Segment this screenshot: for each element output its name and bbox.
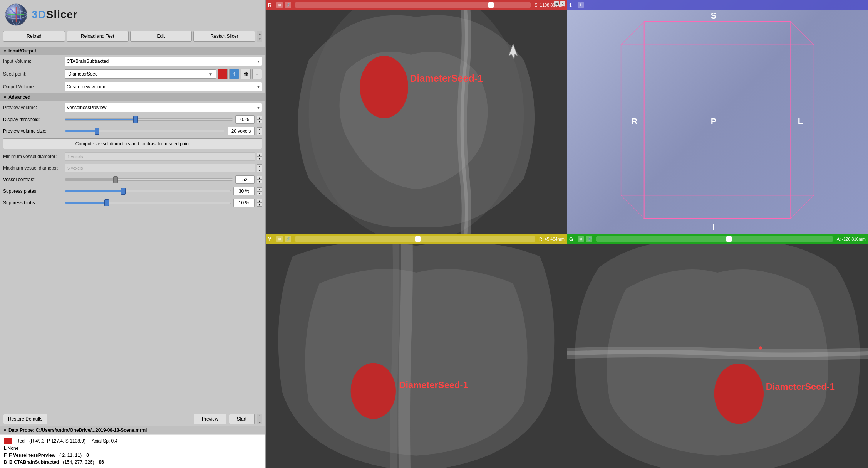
preview-volume-combo[interactable]: VesselnessPreview ▼ <box>65 103 262 112</box>
probe-coords-red: (R 49.3, P 127.4, S 1108.9) <box>29 438 85 444</box>
preview-size-row: Preview volume size: 20 voxels ▲ ▼ <box>0 125 265 137</box>
svg-point-25 <box>351 363 396 419</box>
display-threshold-value[interactable]: 0.25 <box>235 115 255 124</box>
display-threshold-track[interactable] <box>65 118 233 121</box>
decrement-button[interactable]: ▼ <box>257 180 262 183</box>
edit-button[interactable]: Edit <box>130 31 192 42</box>
suppress-blobs-value[interactable]: 10 % <box>233 199 255 207</box>
seed-more-button[interactable]: ··· <box>252 69 262 79</box>
svg-point-10 <box>360 56 408 118</box>
increment-button[interactable]: ▲ <box>257 176 262 180</box>
reload-test-button[interactable]: Reload and Test <box>67 31 129 42</box>
preview-button[interactable]: Preview <box>194 414 226 424</box>
view-link-icon[interactable]: 🔗 <box>285 236 291 242</box>
probe-b-coords: (154, 277, 326) <box>63 460 94 465</box>
view-link-icon[interactable]: 🔗 <box>285 2 291 8</box>
panel-scrollbar[interactable]: ▲ ▼ <box>257 31 262 42</box>
view-green: DiameterSeed-1 G ⊞ 🔗 A: -126.816mm <box>567 234 868 468</box>
svg-rect-18 <box>644 22 791 219</box>
io-arrow: ▼ <box>3 49 7 53</box>
view-options-icon[interactable]: ⊞ <box>578 236 584 242</box>
chevron-down-icon: ▼ <box>256 59 260 64</box>
output-volume-combo[interactable]: Create new volume ▼ <box>65 82 262 91</box>
view-slider-thumb-red[interactable] <box>488 2 494 8</box>
view-slider-red[interactable] <box>295 2 531 8</box>
decrement-button[interactable]: ▼ <box>257 191 262 195</box>
min-vessel-input[interactable]: 1 voxels <box>65 152 255 161</box>
increment-button[interactable]: ▲ <box>257 153 262 157</box>
svg-text:DiameterSeed-1: DiameterSeed-1 <box>766 382 835 392</box>
preview-size-thumb[interactable] <box>95 128 99 135</box>
view-link-icon[interactable]: 🔗 <box>586 236 592 242</box>
view-options-icon[interactable]: ⊞ <box>276 2 283 8</box>
vessel-contrast-value[interactable]: 52 <box>235 175 255 184</box>
view-slider-green[interactable] <box>596 236 833 242</box>
view-red: ⊡ ✕ DiameterSeed- <box>266 0 567 234</box>
advanced-arrow: ▼ <box>3 95 7 99</box>
suppress-plates-thumb[interactable] <box>121 188 126 195</box>
probe-color-swatch <box>4 438 12 444</box>
seed-delete-button[interactable]: 🗑 <box>241 69 251 79</box>
vessel-contrast-track[interactable] <box>65 178 233 181</box>
input-volume-combo[interactable]: CTABrainSubtracted ▼ <box>65 57 262 66</box>
suppress-blobs-track[interactable] <box>65 202 231 204</box>
close-icon[interactable]: ✕ <box>560 1 565 6</box>
decrement-button[interactable]: ▼ <box>257 120 262 123</box>
view-3d: S I R L P 1 ✛ <box>567 0 868 234</box>
probe-arrow: ▼ <box>3 428 7 433</box>
io-section-header[interactable]: ▼ Input/Output <box>0 47 265 55</box>
crosshair-icon[interactable]: ✛ <box>578 2 584 8</box>
app-title: 3DSlicer <box>32 8 78 21</box>
view-options-icon[interactable]: ⊞ <box>276 236 283 242</box>
svg-text:DiameterSeed-1: DiameterSeed-1 <box>399 380 468 390</box>
restart-slicer-button[interactable]: Restart Slicer <box>193 31 255 42</box>
suppress-plates-fill <box>65 190 123 192</box>
display-threshold-thumb[interactable] <box>133 116 138 123</box>
suppress-plates-row: Suppress plates: 30 % ▲ ▼ <box>0 185 265 197</box>
preview-size-value[interactable]: 20 voxels <box>228 127 255 135</box>
left-panel: 3DSlicer Reload Reload and Test Edit Res… <box>0 0 266 468</box>
decrement-button[interactable]: ▼ <box>257 131 262 135</box>
logo-area: 3DSlicer <box>0 0 265 29</box>
increment-button[interactable]: ▲ <box>257 127 262 131</box>
bottom-scrollbar[interactable]: ▲ ▼ <box>257 414 262 424</box>
preview-size-track[interactable] <box>65 130 225 132</box>
start-button[interactable]: Start <box>229 414 255 424</box>
brain-view-red-bg: DiameterSeed-1 <box>266 10 567 234</box>
increment-button[interactable]: ▲ <box>257 116 262 120</box>
suppress-plates-value[interactable]: 30 % <box>233 187 255 195</box>
suppress-blobs-thumb[interactable] <box>104 199 109 206</box>
svg-text:S: S <box>711 11 717 20</box>
increment-button[interactable]: ▲ <box>257 187 262 191</box>
increment-button[interactable]: ▲ <box>257 164 262 168</box>
view-slider-thumb-green[interactable] <box>726 236 732 242</box>
restore-defaults-button[interactable]: Restore Defaults <box>3 414 47 424</box>
seed-up-button[interactable]: ↑ <box>229 69 239 79</box>
brain-view-yellow-bg: DiameterSeed-1 <box>266 244 567 468</box>
vessel-contrast-spinner: ▲ ▼ <box>257 176 262 183</box>
increment-button[interactable]: ▲ <box>257 199 262 203</box>
seed-combo[interactable]: DiameterSeed ▼ <box>65 69 216 79</box>
reload-button[interactable]: Reload <box>3 31 65 42</box>
seed-controls: DiameterSeed ▼ ↑ 🗑 ··· <box>65 69 262 79</box>
probe-f-name: F VesselnessPreview <box>9 453 55 458</box>
svg-line-13 <box>621 22 644 45</box>
preview-size-fill <box>65 130 97 132</box>
decrement-button[interactable]: ▼ <box>257 203 262 207</box>
vessel-contrast-fill <box>65 179 116 180</box>
data-probe-header[interactable]: ▼ Data Probe: C:/Users/andra/OneDrive/..… <box>0 426 265 434</box>
vessel-contrast-thumb[interactable] <box>113 176 118 183</box>
suppress-plates-track[interactable] <box>65 190 231 192</box>
svg-line-16 <box>791 195 814 219</box>
seed-add-button[interactable] <box>218 69 228 79</box>
min-vessel-control: 1 voxels ▲ ▼ <box>65 152 262 161</box>
view-slider-yellow[interactable] <box>295 236 535 242</box>
compute-button[interactable]: Compute vessel diameters and contrast fr… <box>3 138 262 149</box>
decrement-button[interactable]: ▼ <box>257 168 262 172</box>
restore-icon[interactable]: ⊡ <box>554 1 559 6</box>
preview-size-spinner: ▲ ▼ <box>257 127 262 135</box>
view-slider-thumb-yellow[interactable] <box>415 236 421 242</box>
decrement-button[interactable]: ▼ <box>257 157 262 160</box>
max-vessel-input[interactable]: 5 voxels <box>65 164 255 172</box>
advanced-section-header[interactable]: ▼ Advanced <box>0 93 265 101</box>
